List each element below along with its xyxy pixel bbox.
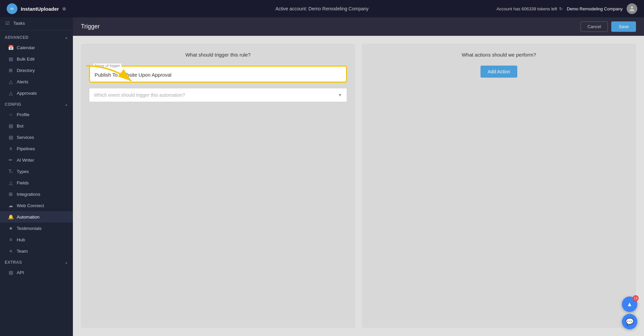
api-icon: ▤ bbox=[8, 270, 13, 275]
sidebar-item-approvals[interactable]: △ Approvals bbox=[0, 87, 73, 99]
sidebar-item-api-label: API bbox=[17, 270, 24, 275]
directory-icon: ⊞ bbox=[8, 68, 13, 73]
services-icon: ▤ bbox=[8, 135, 13, 140]
sidebar-item-ai-writer-label: AI Writer bbox=[17, 158, 34, 163]
sidebar: ☑ Tasks Advanced ▲ 📅 Calendar ▤ Bulk Edi… bbox=[0, 17, 73, 336]
scroll-top-button[interactable]: ▲ 19 bbox=[622, 297, 637, 312]
sidebar-item-types[interactable]: Tᵣ Types bbox=[0, 166, 73, 177]
active-account: Active account: Demo Remodeling Company bbox=[276, 6, 369, 11]
sidebar-item-hub-label: Hub bbox=[17, 237, 25, 242]
sidebar-item-approvals-label: Approvals bbox=[17, 91, 37, 96]
trigger-page-title: Trigger bbox=[81, 23, 100, 30]
web-connect-icon: ☁ bbox=[8, 203, 13, 208]
sidebar-item-calendar-label: Calendar bbox=[17, 45, 35, 50]
sidebar-item-team-label: Team bbox=[17, 249, 28, 254]
scroll-up-icon: ▲ bbox=[627, 301, 633, 308]
profile-icon: ○ bbox=[8, 112, 13, 117]
config-label: Config bbox=[5, 102, 21, 107]
sidebar-item-bulk-edit-label: Bulk Edit bbox=[17, 57, 34, 62]
sidebar-item-profile[interactable]: ○ Profile bbox=[0, 109, 73, 120]
config-chevron: ▲ bbox=[65, 103, 68, 106]
sidebar-item-team[interactable]: ≡ Team bbox=[0, 245, 73, 257]
sidebar-item-integrations[interactable]: ⊞ Integrations bbox=[0, 188, 73, 200]
trigger-sub-header: Trigger Cancel Save bbox=[73, 17, 644, 36]
chevron-down-icon: ▼ bbox=[338, 93, 342, 97]
sidebar-item-alerts-label: Alerts bbox=[17, 79, 28, 84]
sidebar-item-web-connect-label: Web Connect bbox=[17, 203, 44, 208]
extras-chevron: ▲ bbox=[65, 261, 68, 264]
sidebar-item-api[interactable]: ▤ API bbox=[0, 267, 73, 278]
bulk-edit-icon: ▤ bbox=[8, 56, 13, 62]
sidebar-item-tasks[interactable]: ☑ Tasks bbox=[0, 17, 73, 29]
sidebar-item-testimonials[interactable]: ★ Testimonials bbox=[0, 223, 73, 234]
sidebar-item-fields[interactable]: △ Fields bbox=[0, 177, 73, 188]
sidebar-item-pipelines-label: Pipelines bbox=[17, 146, 35, 151]
main-layout: ☑ Tasks Advanced ▲ 📅 Calendar ▤ Bulk Edi… bbox=[0, 17, 644, 336]
sidebar-item-testimonials-label: Testimonials bbox=[17, 226, 41, 231]
chat-icon: 💬 bbox=[626, 318, 634, 326]
cancel-button[interactable]: Cancel bbox=[580, 21, 608, 32]
avatar bbox=[627, 3, 637, 14]
fields-icon: △ bbox=[8, 180, 13, 185]
sidebar-item-profile-label: Profile bbox=[17, 112, 29, 117]
sidebar-item-bot-label: Bot bbox=[17, 123, 23, 129]
testimonials-icon: ★ bbox=[8, 226, 13, 231]
sidebar-item-services-label: Services bbox=[17, 135, 34, 140]
event-dropdown-placeholder: Which event should trigger this automati… bbox=[94, 92, 185, 98]
trigger-name-label: Name of trigger bbox=[93, 64, 121, 68]
sidebar-item-tasks-label: Tasks bbox=[13, 21, 25, 26]
automation-icon: 🔔 bbox=[8, 214, 13, 220]
sidebar-item-web-connect[interactable]: ☁ Web Connect bbox=[0, 200, 73, 211]
top-header: IU InstantUploader ⊕ Active account: Dem… bbox=[0, 0, 644, 17]
sidebar-item-types-label: Types bbox=[17, 169, 29, 174]
app-name: InstantUploader bbox=[21, 6, 59, 12]
trigger-content: What should trigger this rule? Name of t… bbox=[73, 36, 644, 336]
trigger-right-title: What actions should we perform? bbox=[462, 52, 536, 58]
chat-bubble[interactable]: 💬 bbox=[622, 314, 637, 329]
ai-writer-icon: ✏ bbox=[8, 157, 13, 163]
sub-header-actions: Cancel Save bbox=[580, 21, 636, 32]
trigger-right-panel: What actions should we perform? Add Acti… bbox=[362, 44, 636, 328]
pipelines-icon: ≡ bbox=[8, 146, 13, 151]
extras-section-header[interactable]: Extras ▲ bbox=[0, 257, 73, 267]
save-button[interactable]: Save bbox=[611, 21, 636, 32]
sidebar-item-automation-label: Automation bbox=[17, 215, 39, 220]
trigger-left-title: What should trigger this rule? bbox=[89, 52, 347, 58]
trigger-name-wrapper: Name of trigger bbox=[89, 66, 347, 83]
trigger-name-input[interactable] bbox=[91, 67, 345, 81]
header-left: IU InstantUploader ⊕ bbox=[7, 3, 66, 14]
sidebar-item-directory[interactable]: ⊞ Directory bbox=[0, 65, 73, 76]
header-right: Account has 606339 tokens left ↻ Demo Re… bbox=[497, 3, 637, 14]
extras-label: Extras bbox=[5, 260, 22, 265]
advanced-section-header[interactable]: Advanced ▲ bbox=[0, 32, 73, 42]
sidebar-item-directory-label: Directory bbox=[17, 68, 35, 73]
add-action-button[interactable]: Add Action bbox=[480, 66, 518, 78]
tasks-icon: ☑ bbox=[5, 20, 10, 26]
sidebar-item-alerts[interactable]: △ Alerts bbox=[0, 76, 73, 87]
sidebar-item-hub[interactable]: ≡ Hub bbox=[0, 234, 73, 245]
content-area: Trigger Cancel Save bbox=[73, 17, 644, 336]
calendar-icon: 📅 bbox=[8, 45, 13, 50]
event-dropdown[interactable]: Which event should trigger this automati… bbox=[89, 88, 347, 102]
sidebar-item-integrations-label: Integrations bbox=[17, 192, 40, 197]
sidebar-item-ai-writer[interactable]: ✏ AI Writer bbox=[0, 154, 73, 166]
sidebar-item-services[interactable]: ▤ Services bbox=[0, 132, 73, 143]
tokens-info: Account has 606339 tokens left ↻ bbox=[497, 6, 563, 11]
approvals-icon: △ bbox=[8, 90, 13, 96]
sidebar-item-fields-label: Fields bbox=[17, 180, 29, 185]
sidebar-item-calendar[interactable]: 📅 Calendar bbox=[0, 42, 73, 53]
config-section-header[interactable]: Config ▲ bbox=[0, 99, 73, 109]
sidebar-item-pipelines[interactable]: ≡ Pipelines bbox=[0, 143, 73, 154]
advanced-label: Advanced bbox=[5, 35, 28, 40]
app-logo: IU bbox=[7, 3, 17, 14]
refresh-icon[interactable]: ↻ bbox=[559, 6, 563, 11]
hub-icon: ≡ bbox=[8, 237, 13, 242]
company-name: Demo Remodeling Company bbox=[567, 6, 623, 11]
sidebar-item-bulk-edit[interactable]: ▤ Bulk Edit bbox=[0, 53, 73, 65]
team-icon: ≡ bbox=[8, 248, 13, 254]
sidebar-item-bot[interactable]: ▤ Bot bbox=[0, 120, 73, 132]
alerts-icon: △ bbox=[8, 79, 13, 84]
types-icon: Tᵣ bbox=[8, 169, 13, 174]
trigger-left-panel: What should trigger this rule? Name of t… bbox=[81, 44, 355, 328]
sidebar-item-automation[interactable]: 🔔 Automation bbox=[0, 211, 73, 223]
